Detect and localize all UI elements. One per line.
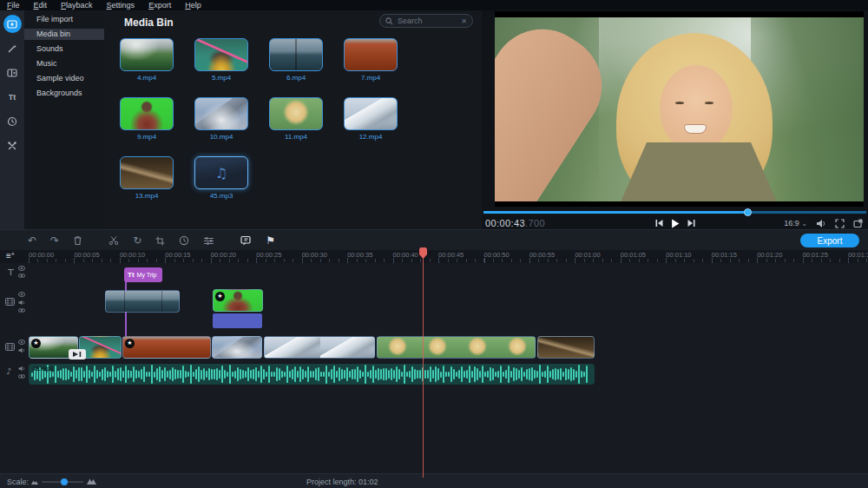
ruler-label: 00:01:00 — [575, 251, 600, 259]
zoom-out-icon[interactable] — [31, 478, 38, 485]
media-item[interactable]: 7.mp4 — [344, 38, 398, 82]
volume-icon[interactable] — [816, 219, 826, 228]
media-item[interactable]: 4.mp4 — [120, 38, 174, 82]
media-thumbnail[interactable] — [120, 97, 174, 130]
linked-audio-clip[interactable] — [213, 313, 262, 328]
timeline-ruler[interactable]: 00:00:0000:00:0500:00:1000:00:1500:00:20… — [0, 250, 868, 263]
transitions-icon[interactable] — [3, 63, 22, 82]
media-item-name: 4.mp4 — [120, 74, 174, 82]
media-thumbnail[interactable] — [194, 97, 248, 130]
clip-properties-icon[interactable] — [203, 236, 214, 246]
overlay-track-visibility-icon[interactable] — [18, 292, 25, 297]
media-item[interactable]: 5.mp4 — [194, 38, 248, 82]
seekbar-handle[interactable] — [744, 208, 752, 216]
crop-icon[interactable] — [155, 236, 165, 246]
media-thumbnail[interactable] — [120, 38, 174, 71]
ruler-label: 00:01:05 — [621, 251, 646, 259]
titles-icon[interactable]: Tt — [3, 88, 22, 106]
media-item-name: 45.mp3 — [194, 192, 248, 200]
video-clip-7[interactable] — [537, 336, 595, 359]
overlay-track-icon — [5, 298, 15, 306]
fullscreen-icon[interactable] — [835, 219, 845, 228]
rotate-icon[interactable]: ↻ — [133, 235, 141, 246]
media-thumbnail[interactable] — [344, 38, 398, 71]
title-track-icon — [7, 268, 15, 276]
add-track-icon[interactable]: ≡+ — [6, 251, 15, 260]
next-frame-button[interactable] — [687, 219, 695, 228]
video-clip-5[interactable] — [264, 336, 375, 359]
export-button[interactable]: Export — [800, 234, 859, 247]
video-track-visibility-icon[interactable] — [18, 340, 25, 345]
clip-speed-icon[interactable] — [179, 235, 189, 246]
play-button[interactable] — [670, 219, 680, 228]
delete-icon[interactable] — [73, 235, 82, 246]
filters-icon[interactable] — [3, 39, 22, 57]
cut-icon[interactable] — [108, 235, 119, 246]
overlay-clip-greenscreen[interactable]: ★ — [213, 289, 263, 312]
sidebar-item-file-import[interactable]: File import — [24, 14, 104, 25]
media-thumbnail[interactable] — [269, 38, 323, 71]
title-clip[interactable]: Tt My Trip — [124, 267, 162, 282]
audio-track-mute-icon[interactable] — [18, 366, 25, 372]
redo-icon[interactable]: ↷ — [50, 235, 59, 246]
scale-slider-handle[interactable] — [61, 478, 68, 485]
audio-clip[interactable]: 45.mp3 — [29, 364, 595, 385]
playhead-line — [423, 258, 424, 478]
menu-settings[interactable]: Settings — [107, 0, 135, 10]
media-item[interactable]: 6.mp4 — [269, 38, 323, 82]
scale-slider[interactable] — [42, 481, 83, 483]
media-item[interactable]: 10.mp4 — [194, 97, 248, 141]
title-track-link-icon[interactable] — [18, 274, 25, 278]
tools-icon[interactable] — [3, 136, 22, 155]
previous-frame-button[interactable] — [654, 219, 663, 228]
media-item[interactable]: 12.mp4 — [344, 97, 398, 141]
ruler-label: 00:00:45 — [438, 251, 464, 259]
overlay-clip-lake[interactable] — [105, 290, 180, 313]
media-item[interactable]: 11.mp4 — [269, 97, 323, 141]
sidebar-item-media-bin[interactable]: Media bin — [24, 29, 104, 40]
search-clear-icon[interactable]: ✕ — [461, 17, 467, 25]
overlay-track-link-icon[interactable] — [18, 308, 25, 313]
audio-track-link-icon[interactable] — [18, 374, 25, 379]
media-item-name: 6.mp4 — [269, 74, 323, 82]
title-track-visibility-icon[interactable] — [18, 266, 25, 271]
menu-playback[interactable]: Playback — [61, 0, 93, 10]
sidebar-item-sample-video[interactable]: Sample video — [24, 73, 104, 84]
transition-chip[interactable] — [69, 349, 86, 359]
video-clip-4[interactable] — [212, 336, 262, 359]
callout-icon[interactable] — [240, 235, 252, 246]
menu-help[interactable]: Help — [185, 0, 201, 10]
media-item[interactable]: 13.mp4 — [120, 156, 174, 200]
sidebar-item-music[interactable]: Music — [24, 58, 104, 69]
detach-player-icon[interactable] — [853, 219, 863, 228]
menu-export[interactable]: Export — [148, 0, 171, 10]
import-icon[interactable] — [3, 15, 22, 33]
flag-marker-icon[interactable]: ⚑ — [266, 235, 275, 246]
menu-edit[interactable]: Edit — [34, 0, 48, 10]
menu-file[interactable]: File — [7, 0, 20, 10]
media-thumbnail[interactable] — [120, 156, 174, 189]
sidebar-item-sounds[interactable]: Sounds — [24, 43, 104, 55]
media-thumbnail[interactable] — [344, 97, 398, 130]
video-track-mute-icon[interactable] — [18, 347, 25, 353]
media-thumbnail-audio[interactable]: ♫ — [194, 156, 248, 189]
star-badge-icon: ★ — [125, 339, 135, 348]
aspect-ratio-dropdown[interactable]: 16:9 ⌄ — [784, 219, 807, 228]
zoom-in-icon[interactable] — [87, 477, 96, 485]
clock-icon[interactable] — [3, 112, 22, 130]
video-clip-6[interactable] — [377, 336, 536, 359]
media-item[interactable]: ♫ 45.mp3 — [194, 156, 248, 200]
video-clip-3[interactable]: ★ — [122, 336, 211, 359]
preview-seekbar[interactable] — [483, 211, 866, 214]
sidebar-item-backgrounds[interactable]: Backgrounds — [24, 88, 104, 99]
titles-icon: Tt — [128, 271, 135, 279]
undo-icon[interactable]: ↶ — [28, 235, 36, 246]
ruler-label: 00:01:10 — [666, 251, 691, 259]
search-input[interactable] — [398, 16, 457, 25]
media-item[interactable]: 9.mp4 — [120, 97, 174, 141]
overlay-track-mute-icon[interactable] — [18, 300, 25, 306]
media-thumbnail[interactable] — [194, 38, 248, 71]
media-item-name: 7.mp4 — [344, 74, 398, 82]
media-thumbnail[interactable] — [269, 97, 323, 130]
ruler-label: 00:00:10 — [120, 251, 145, 259]
